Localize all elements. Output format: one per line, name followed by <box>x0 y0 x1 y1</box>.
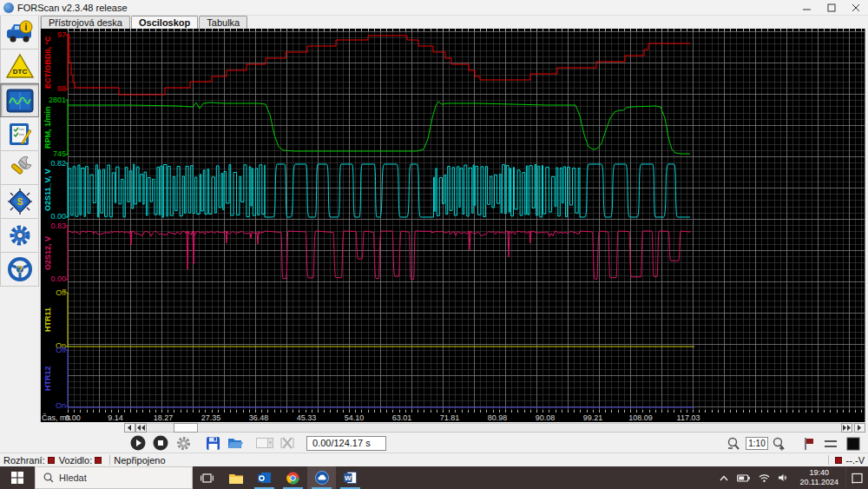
oscilloscope-toolbar: 0.00/124.17 s 1:10 <box>0 433 868 453</box>
marker-select-dropdown[interactable] <box>254 434 275 452</box>
svg-text:i: i <box>24 23 27 32</box>
waveform-trace <box>66 226 69 280</box>
sidebar-item-oscilloscope[interactable] <box>0 83 39 117</box>
checklist-icon <box>5 121 35 147</box>
waveform-trace <box>66 100 69 155</box>
task-view-icon <box>201 472 214 484</box>
action-center-button[interactable] <box>845 466 868 489</box>
magnifier-plus-icon <box>772 437 786 451</box>
taskbar-search-box[interactable]: Hledat <box>35 466 193 489</box>
connection-status: Nepřipojeno <box>114 455 165 466</box>
save-floppy-icon <box>206 436 220 451</box>
waveform-trace <box>66 35 69 89</box>
horizontal-scrollbar <box>0 422 868 433</box>
stop-button[interactable] <box>150 434 171 452</box>
clear-markers-icon <box>280 437 294 449</box>
folder-icon <box>229 472 243 484</box>
marker-mode-button[interactable] <box>798 435 819 453</box>
interface-label: Rozhraní: <box>3 455 45 466</box>
tray-wifi-icon[interactable] <box>759 473 770 482</box>
tray-battery-icon[interactable] <box>737 474 750 482</box>
chrome-icon <box>286 472 299 485</box>
scroll-right-button[interactable] <box>854 423 865 433</box>
oscilloscope-plot[interactable]: Čas, ms ECT/OBDII, °C9788RPM, 1/min28017… <box>41 29 865 422</box>
taskbar-item-word[interactable]: W <box>336 466 365 489</box>
status-bar: Rozhraní: Vozidlo: Nepřipojeno --.-V <box>0 453 868 466</box>
taskbar-item-chrome[interactable] <box>279 466 307 489</box>
sidebar-item-help[interactable]: ? <box>0 253 39 287</box>
svg-text:?: ? <box>16 265 22 274</box>
time-position-display: 0.00/124.17 s <box>306 436 386 451</box>
marker-flag-icon <box>802 437 815 451</box>
arrow-right-icon <box>857 425 863 431</box>
outlook-icon <box>258 472 271 484</box>
zoom-out-button[interactable] <box>723 435 744 453</box>
taskbar-item-file-explorer[interactable] <box>221 466 250 489</box>
tab-pristrojova-deska[interactable]: Přístrojová deska <box>41 16 130 29</box>
black-square-icon <box>846 437 860 451</box>
zoom-scale-selector[interactable]: 1:10 <box>746 437 768 450</box>
sidebar-item-dtc[interactable]: DTC <box>0 50 39 83</box>
scroll-left-fast-button[interactable] <box>135 423 147 433</box>
tab-tabulka[interactable]: Tabulka <box>199 16 247 29</box>
sidebar-item-settings[interactable] <box>0 219 39 253</box>
waveform-trace <box>66 350 69 406</box>
vehicle-status-indicator <box>95 457 102 464</box>
sidebar-item-vehicle-info[interactable]: i <box>0 16 39 50</box>
record-settings-button[interactable] <box>173 434 194 452</box>
taskbar-item-forscan[interactable] <box>307 466 336 489</box>
dtc-warning-icon: DTC <box>5 53 35 79</box>
lines-icon <box>824 439 838 449</box>
interface-status-indicator <box>48 457 55 464</box>
minimize-button[interactable] <box>795 0 819 16</box>
svg-text:DTC: DTC <box>12 68 27 76</box>
wrench-icon <box>6 155 34 181</box>
play-icon <box>130 435 146 451</box>
tab-bar: Přístrojová deska Osciloskop Tabulka <box>41 16 868 29</box>
chip-icon: S <box>5 188 35 215</box>
clock-time: 19:40 <box>800 468 838 478</box>
magnifier-minus-icon <box>727 437 740 451</box>
svg-text:W: W <box>345 474 352 482</box>
close-button[interactable] <box>844 0 868 16</box>
open-folder-icon <box>227 436 244 450</box>
sidebar-item-tests[interactable] <box>0 117 39 151</box>
start-button[interactable] <box>0 466 35 489</box>
stop-icon <box>153 435 168 451</box>
car-info-icon: i <box>5 19 35 45</box>
double-arrow-left-icon <box>137 425 145 431</box>
scroll-right-fast-button[interactable] <box>841 423 852 433</box>
sidebar-item-service[interactable] <box>0 151 39 185</box>
tray-volume-icon[interactable] <box>779 473 789 482</box>
taskbar-item-task-view[interactable] <box>193 466 221 489</box>
clear-markers-button[interactable] <box>277 434 298 452</box>
arrow-left-icon <box>127 425 133 431</box>
gear-small-icon <box>176 436 191 451</box>
line-style-button[interactable] <box>820 435 841 453</box>
vehicle-label: Vozidlo: <box>59 455 93 466</box>
play-button[interactable] <box>128 434 148 452</box>
forscan-window: FORScan v2.3.48 release Přístrojová desk… <box>0 0 868 489</box>
battery-status-indicator <box>835 457 842 464</box>
taskbar-clock[interactable]: 19:40 20.11.2024 <box>800 468 838 487</box>
save-button[interactable] <box>202 434 223 452</box>
scrollbar-track[interactable] <box>124 423 865 433</box>
open-button[interactable] <box>225 434 246 452</box>
zoom-in-button[interactable] <box>768 435 789 453</box>
double-arrow-right-icon <box>843 425 851 431</box>
tray-chevron-up-icon[interactable] <box>720 475 728 481</box>
scroll-left-button[interactable] <box>124 423 135 433</box>
gear-icon <box>6 222 34 248</box>
taskbar-item-outlook[interactable] <box>250 466 279 489</box>
sidebar-item-configuration[interactable]: S <box>0 185 39 219</box>
waveform-trace <box>68 164 690 217</box>
background-color-button[interactable] <box>843 435 864 453</box>
notification-icon <box>852 472 863 484</box>
forscan-logo-icon <box>3 3 14 13</box>
clock-date: 20.11.2024 <box>800 478 838 487</box>
waveform-trace <box>66 163 69 217</box>
scrollbar-thumb[interactable] <box>174 423 198 433</box>
maximize-button[interactable] <box>819 0 844 16</box>
tab-osciloskop[interactable]: Osciloskop <box>131 16 198 29</box>
forscan-taskbar-icon <box>315 471 329 485</box>
